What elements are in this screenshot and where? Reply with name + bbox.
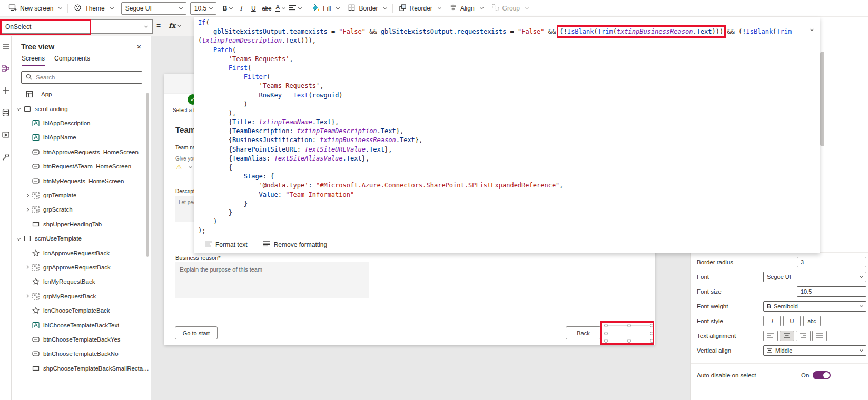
- code-line[interactable]: (txtinpTeamDescription.Text))),: [198, 36, 807, 45]
- italic-button[interactable]: I: [234, 2, 247, 15]
- selection-handle[interactable]: [604, 339, 608, 343]
- code-line[interactable]: ): [198, 100, 807, 109]
- tree-item-btnChooseTemplateBackYes[interactable]: btnChooseTemplateBackYes: [12, 332, 151, 346]
- advanced-tools-icon[interactable]: [2, 153, 10, 161]
- new-screen-button[interactable]: New screen: [4, 2, 66, 15]
- tree-item-btnMyRequests_HomeScreen[interactable]: btnMyRequests_HomeScreen: [12, 174, 151, 188]
- selection-handle[interactable]: [650, 332, 654, 335]
- tree-item-lblAppName[interactable]: lblAppName: [12, 131, 151, 145]
- tree-item-lblAppDescription[interactable]: lblAppDescription: [12, 116, 151, 130]
- tree-search-input[interactable]: Search: [21, 71, 142, 84]
- tree-item-grpApproveRequestBack[interactable]: grpApproveRequestBack: [12, 260, 151, 274]
- auto-disable-toggle[interactable]: [813, 371, 831, 379]
- tree-item-lcnChooseTemplateBack[interactable]: lcnChooseTemplateBack: [12, 303, 151, 317]
- fill-button[interactable]: Fill: [307, 2, 343, 15]
- tree-item-App[interactable]: App: [12, 87, 151, 102]
- business-reason-textarea[interactable]: Explain the purpose of this team: [175, 262, 369, 298]
- selection-handle[interactable]: [627, 324, 631, 327]
- tree-item-shpChooseTemplateBackSmallRectangle[interactable]: shpChooseTemplateBackSmallRectangle: [12, 361, 151, 375]
- group-button[interactable]: Group: [487, 2, 532, 15]
- align-center-button[interactable]: [780, 331, 794, 341]
- go-to-start-button[interactable]: Go to start: [175, 326, 218, 339]
- underline-toggle-button[interactable]: U: [783, 316, 801, 326]
- code-line[interactable]: }: [198, 208, 807, 217]
- selection-handle[interactable]: [604, 324, 608, 327]
- tree-item-scrnLanding[interactable]: scrnLanding: [12, 102, 151, 116]
- code-line[interactable]: Stage: {: [198, 172, 807, 181]
- align-justify-button[interactable]: [812, 331, 827, 341]
- formula-collapse-button[interactable]: [808, 23, 813, 33]
- code-line[interactable]: {BusinessJustification: txtinpBusinessRe…: [198, 136, 807, 145]
- back-button[interactable]: Back: [566, 326, 601, 339]
- code-line[interactable]: '@odata.type': "#Microsoft.Azure.Connect…: [198, 181, 807, 190]
- selection-handle[interactable]: [627, 339, 631, 343]
- fx-menu-button[interactable]: fx: [169, 22, 181, 29]
- font-family-combobox[interactable]: Segoe UI: [121, 2, 186, 15]
- chevron-right-icon[interactable]: [23, 208, 31, 211]
- italic-toggle-button[interactable]: I: [763, 316, 781, 326]
- code-line[interactable]: ),: [198, 109, 807, 118]
- tree-item-scrnUseTemplate[interactable]: scrnUseTemplate: [12, 232, 151, 246]
- code-line[interactable]: {TeamDescription: txtinpTeamDescription.…: [198, 127, 807, 136]
- chevron-down-icon[interactable]: [15, 237, 22, 240]
- strikethrough-toggle-button[interactable]: abc: [803, 316, 821, 326]
- code-line[interactable]: 'Teams Requests',: [198, 82, 807, 91]
- font-size-combobox[interactable]: 10.5: [190, 2, 216, 15]
- tree-item-grpMyRequestBack[interactable]: grpMyRequestBack: [12, 289, 151, 303]
- text-align-button[interactable]: [287, 2, 303, 15]
- tab-screens[interactable]: Screens: [22, 55, 45, 66]
- code-line[interactable]: Value: "Team Information": [198, 191, 807, 199]
- code-line[interactable]: }: [198, 199, 807, 208]
- align-button[interactable]: Align: [445, 2, 487, 15]
- reorder-button[interactable]: Reorder: [394, 2, 445, 15]
- tree-item-btnChooseTemplateBackNo[interactable]: btnChooseTemplateBackNo: [12, 347, 151, 361]
- theme-button[interactable]: Theme: [70, 2, 117, 15]
- tree-view-icon[interactable]: [2, 64, 10, 73]
- property-selector-dropdown[interactable]: OnSelect: [0, 19, 153, 34]
- properties-scrollbar[interactable]: [820, 52, 824, 146]
- code-line[interactable]: gblSiteExistsOutput.teamexists = "False"…: [198, 27, 807, 36]
- tree-item-lblChooseTemplateBackText[interactable]: lblChooseTemplateBackText: [12, 318, 151, 332]
- selection-handle[interactable]: [650, 324, 654, 327]
- selection-handle[interactable]: [650, 339, 654, 343]
- selection-handle[interactable]: [604, 332, 608, 335]
- font-dropdown[interactable]: Segoe UI: [763, 272, 866, 282]
- bold-button[interactable]: B: [221, 2, 235, 15]
- font-color-button[interactable]: A: [273, 2, 287, 15]
- border-radius-input[interactable]: 3: [797, 257, 866, 267]
- underline-button[interactable]: U: [247, 2, 260, 15]
- code-line[interactable]: {: [198, 163, 807, 172]
- font-size-input[interactable]: 10.5: [797, 286, 866, 297]
- media-icon[interactable]: [2, 131, 10, 139]
- remove-formatting-button[interactable]: Remove formatting: [263, 241, 327, 248]
- tree-item-grpTemplate[interactable]: grpTemplate: [12, 188, 151, 202]
- insert-icon[interactable]: [2, 86, 10, 95]
- tree-item-shpUpperHeadingTab[interactable]: shpUpperHeadingTab: [12, 217, 151, 231]
- code-line[interactable]: If(: [198, 18, 807, 27]
- border-button[interactable]: Border: [343, 2, 390, 15]
- code-line[interactable]: First(: [198, 64, 807, 73]
- tree-item-btnRequestATeam_HomeScreen[interactable]: btnRequestATeam_HomeScreen: [12, 159, 151, 174]
- code-line[interactable]: ): [198, 217, 807, 226]
- tree-item-btnApproveRequests_HomeScreen[interactable]: btnApproveRequests_HomeScreen: [12, 145, 151, 159]
- code-line[interactable]: 'Teams Requests',: [198, 55, 807, 64]
- chevron-right-icon[interactable]: [23, 266, 31, 268]
- formula-input[interactable]: If( gblSiteExistsOutput.teamexists = "Fa…: [194, 17, 807, 236]
- validation-warning-dropdown[interactable]: ⚠: [176, 163, 192, 171]
- code-line[interactable]: Filter(: [198, 73, 807, 82]
- align-left-button[interactable]: [763, 331, 778, 341]
- chevron-right-icon[interactable]: [23, 194, 31, 197]
- close-icon[interactable]: ×: [137, 43, 141, 51]
- code-line[interactable]: {SharePointSiteURL: TextSiteURLValue.Tex…: [198, 145, 807, 154]
- align-right-button[interactable]: [796, 331, 811, 341]
- font-weight-dropdown[interactable]: BSemibold: [763, 301, 866, 312]
- code-line[interactable]: Patch(: [198, 46, 807, 55]
- code-line[interactable]: {TeamAlias: TextSiteAliasValue.Text},: [198, 154, 807, 163]
- tree-item-lcnMyRequestBack[interactable]: lcnMyRequestBack: [12, 275, 151, 289]
- vertical-align-dropdown[interactable]: Middle: [763, 345, 866, 356]
- tree-scrollbar[interactable]: [146, 93, 149, 257]
- tree-item-grpScratch[interactable]: grpScratch: [12, 203, 151, 217]
- code-line[interactable]: {Title: txtinpTeamName.Text},: [198, 118, 807, 127]
- strikethrough-button[interactable]: abc: [260, 2, 273, 15]
- tab-components[interactable]: Components: [54, 55, 90, 66]
